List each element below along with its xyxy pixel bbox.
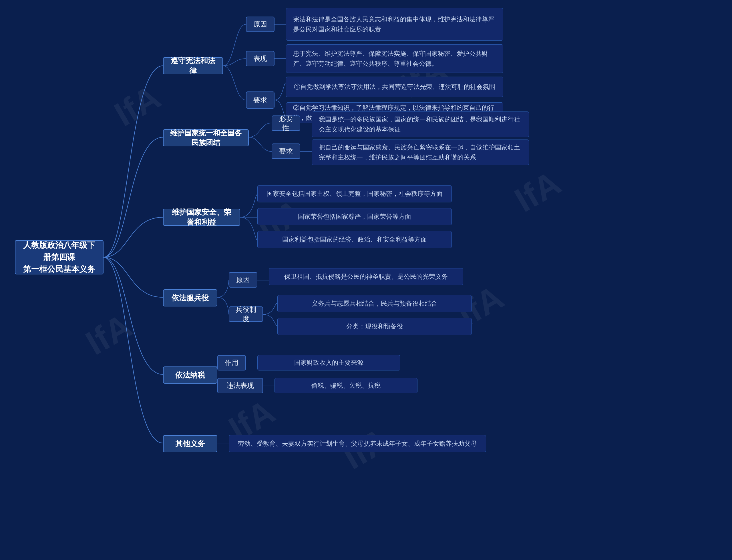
content-zuoyong: 国家财政收入的主要来源 [257,355,400,370]
content-bingyizhidu-2: 分类：现役和预备役 [277,318,472,335]
l2-yaoqiu: 要求 [246,91,275,109]
content-yaoqiu-1: ①自觉做到学法尊法守法用法，共同营造守法光荣、违法可耻的社会氛围 [286,77,503,97]
content-anquan-2: 国家荣誉包括国家尊严，国家荣誉等方面 [257,208,452,225]
content-bingyizhidu-1: 义务兵与志愿兵相结合，民兵与预备役相结合 [277,295,472,312]
l1-anquan: 维护国家安全、荣誉和利益 [163,209,240,226]
l1-bingyi: 依法服兵役 [163,289,217,306]
content-anquan-1: 国家安全包括国家主权、领土完整，国家秘密，社会秩序等方面 [257,185,452,202]
l1-zunfa: 遵守宪法和法律 [163,57,223,74]
content-biaoxian: 忠于宪法、维护宪法尊严、保障宪法实施、保守国家秘密、爱护公共财产、遵守劳动纪律、… [286,44,503,73]
l2-yaoqiu2: 要求 [272,144,300,159]
mind-map: IfA IfA IfA IfA IfA IfA IfA IfA [0,0,732,560]
l1-weihu: 维护国家统一和全国各民族团结 [163,129,249,146]
l2-biyaoxing: 必要性 [272,115,300,131]
l2-yuanyin: 原因 [246,17,275,32]
content-qita: 劳动、受教育、夫妻双方实行计划生育、父母抚养未成年子女、成年子女赡养扶助父母 [229,435,486,452]
content-yaoqiu2: 把自己的命运与国家盛衰、民族兴亡紧密联系在一起，自觉维护国家领土完整和主权统一，… [312,139,529,165]
l2-yuanyin2: 原因 [229,272,257,288]
content-yuanyin2: 保卫祖国、抵抗侵略是公民的神圣职责。是公民的光荣义务 [269,268,463,285]
l1-nashui: 依法纳税 [163,366,217,384]
l2-biaoxian: 表现 [246,51,275,66]
content-anquan-3: 国家利益包括国家的经济、政治、和安全利益等方面 [257,231,452,248]
content-yuanyin: 宪法和法律是全国各族人民意志和利益的集中体现，维护宪法和法律尊严是公民对国家和社… [286,8,503,41]
content-weifa: 偷税、骗税、欠税、抗税 [275,378,417,393]
l2-zuoyong: 作用 [217,355,246,370]
l1-qita: 其他义务 [163,435,217,452]
l2-weifa: 违法表现 [217,378,263,393]
center-box: 人教版政治八年级下册第四课第一框公民基本义务 [15,240,104,274]
content-biyaoxing: 我国是统一的多民族国家，国家的统一和民族的团结，是我国顺利进行社会主义现代化建设… [312,111,529,137]
l2-bingyizhidu: 兵役制度 [229,306,263,322]
